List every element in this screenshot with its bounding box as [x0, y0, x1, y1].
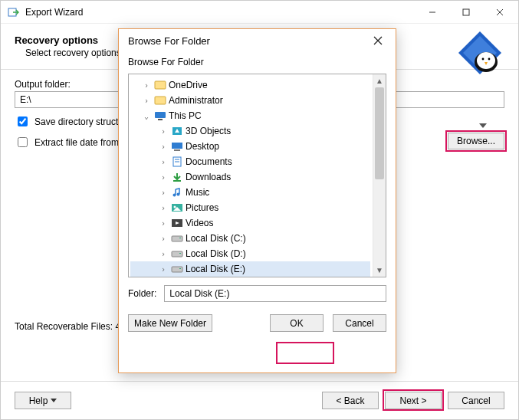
svg-rect-19: [158, 119, 163, 120]
pc-icon: [153, 110, 167, 122]
expand-icon[interactable]: ›: [158, 219, 169, 228]
svg-point-28: [173, 194, 176, 197]
minimize-button[interactable]: [416, 2, 449, 23]
disk-icon: [170, 232, 184, 244]
music-icon: [170, 186, 184, 199]
highlight-box: [276, 342, 334, 364]
expand-icon[interactable]: ›: [141, 81, 152, 90]
tree-item[interactable]: ›Videos: [130, 215, 370, 231]
wizard-footer: Help < Back Next > Cancel: [1, 381, 518, 419]
expand-icon[interactable]: ›: [141, 97, 152, 105]
window-title: Export Wizard: [25, 7, 83, 18]
tree-item[interactable]: ›Documents: [130, 154, 370, 169]
svg-rect-18: [155, 112, 166, 118]
tree-item[interactable]: ›OneDrive: [130, 77, 370, 93]
chevron-down-icon: [51, 399, 57, 402]
browse-folder-dialog: Browse For Folder Browse For Folder ›One…: [118, 28, 396, 373]
tree-item[interactable]: ›Desktop: [130, 139, 370, 154]
tree-item[interactable]: ›3D Objects: [130, 123, 370, 139]
expand-icon[interactable]: ›: [158, 189, 169, 197]
maximize-button[interactable]: [449, 2, 483, 23]
close-button[interactable]: [483, 2, 517, 23]
svg-rect-35: [172, 236, 182, 241]
back-button[interactable]: < Back: [322, 392, 379, 409]
svg-marker-13: [51, 399, 57, 402]
tree-item[interactable]: ›Pictures: [130, 200, 370, 215]
svg-point-10: [488, 58, 491, 61]
svg-point-29: [177, 193, 180, 196]
make-new-folder-button[interactable]: Make New Folder: [128, 314, 212, 332]
tree-item-label: Documents: [186, 156, 232, 167]
tree-item-label: Videos: [186, 218, 213, 228]
dialog-cancel-button[interactable]: Cancel: [333, 314, 386, 332]
chevron-down-icon[interactable]: [477, 118, 489, 133]
scroll-thumb[interactable]: [375, 87, 384, 179]
svg-marker-12: [479, 123, 487, 128]
expand-icon[interactable]: ›: [158, 250, 169, 258]
svg-rect-22: [172, 143, 182, 149]
tree-item[interactable]: ›Downloads: [130, 169, 370, 185]
tree-item[interactable]: ›Music: [130, 185, 370, 200]
scrollbar[interactable]: ▲ ▼: [373, 74, 386, 277]
svg-rect-37: [172, 251, 182, 257]
svg-rect-40: [179, 268, 181, 269]
save-structure-checkbox[interactable]: [18, 116, 28, 126]
tree-item[interactable]: ›Local Disk (E:): [130, 261, 370, 277]
browse-button[interactable]: Browse...: [448, 133, 504, 149]
tree-item-label: Local Disk (C:): [186, 233, 246, 244]
expand-icon[interactable]: ⌄: [141, 112, 152, 120]
docs-icon: [170, 156, 184, 168]
svg-point-9: [482, 58, 485, 61]
folder-label: Folder:: [128, 288, 156, 299]
tree-item[interactable]: ⌄This PC: [130, 108, 370, 123]
titlebar: Export Wizard: [1, 1, 518, 24]
downloads-icon: [170, 171, 184, 183]
dialog-title: Browse For Folder: [128, 35, 210, 47]
scroll-up-icon[interactable]: ▲: [373, 74, 386, 87]
help-button[interactable]: Help: [15, 392, 71, 409]
tree-item-label: Music: [186, 187, 209, 198]
disk-icon: [170, 248, 184, 260]
disk-icon: [170, 263, 184, 275]
videos-icon: [170, 217, 184, 229]
user-icon: [153, 94, 167, 107]
onedrive-icon: [153, 79, 167, 91]
tree-item-label: Local Disk (E:): [186, 264, 245, 274]
dialog-close-button[interactable]: [366, 30, 389, 51]
folder-input[interactable]: [164, 285, 386, 302]
cancel-button[interactable]: Cancel: [448, 392, 504, 409]
scroll-down-icon[interactable]: ▼: [373, 264, 386, 277]
tree-item[interactable]: ›Local Disk (D:): [130, 246, 370, 261]
app-icon: [7, 6, 21, 18]
svg-rect-23: [174, 149, 180, 151]
ok-button[interactable]: OK: [270, 314, 324, 332]
next-button[interactable]: Next >: [385, 392, 442, 409]
expand-icon[interactable]: ›: [158, 158, 169, 166]
3d-icon: [170, 125, 184, 137]
expand-icon[interactable]: ›: [158, 235, 169, 243]
svg-rect-17: [155, 97, 166, 104]
desktop-icon: [170, 140, 184, 153]
status-text: Total Recoverable Files: 41: [15, 321, 126, 332]
expand-icon[interactable]: ›: [158, 127, 169, 136]
tree-item-label: Downloads: [186, 172, 231, 182]
extract-date-checkbox[interactable]: [18, 137, 28, 147]
expand-icon[interactable]: ›: [158, 173, 169, 182]
expand-icon[interactable]: ›: [158, 265, 169, 274]
svg-point-8: [477, 52, 495, 69]
svg-rect-16: [155, 81, 166, 89]
pictures-icon: [170, 202, 184, 214]
tree-item[interactable]: ›Local Disk (C:): [130, 231, 370, 246]
expand-icon[interactable]: ›: [158, 204, 169, 212]
tree-item-label: Pictures: [186, 202, 218, 213]
tree-item-label: OneDrive: [169, 80, 208, 90]
tree-item-label: Administrator: [169, 95, 223, 106]
svg-rect-38: [179, 253, 181, 254]
export-wizard-window: Export Wizard Recovery options Select re…: [0, 0, 519, 420]
tree-item-label: Local Disk (D:): [186, 248, 246, 259]
expand-icon[interactable]: ›: [158, 143, 169, 151]
tree-item[interactable]: ›Administrator: [130, 93, 370, 108]
svg-rect-2: [463, 9, 469, 15]
tree-item-label: Desktop: [186, 141, 219, 152]
dialog-subtitle: Browse For Folder: [128, 57, 386, 67]
